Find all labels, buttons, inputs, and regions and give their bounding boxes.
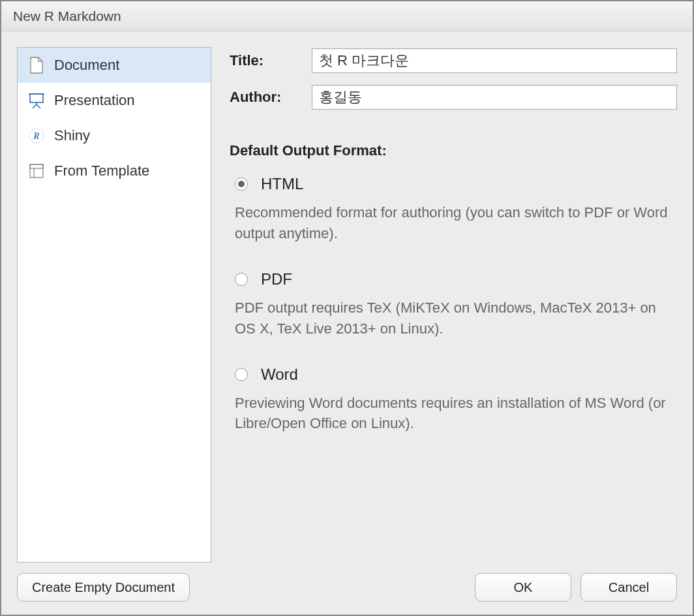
svg-line-4	[37, 104, 40, 108]
sidebar: Document Presentation	[17, 47, 211, 562]
radio-label-html: HTML	[261, 175, 303, 193]
ok-button[interactable]: OK	[475, 573, 571, 602]
button-bar: Create Empty Document OK Cancel	[1, 562, 693, 615]
author-field-row: Author:	[230, 85, 677, 110]
output-format-heading: Default Output Format:	[230, 142, 677, 159]
dialog-titlebar: New R Markdown	[1, 1, 693, 31]
template-icon	[28, 162, 45, 179]
svg-rect-8	[30, 164, 43, 168]
sidebar-item-label: Document	[54, 57, 119, 74]
format-desc-html: Recommended format for authoring (you ca…	[230, 202, 677, 244]
radio-row-html[interactable]: HTML	[230, 175, 677, 193]
format-desc-pdf: PDF output requires TeX (MiKTeX on Windo…	[230, 298, 677, 339]
radio-word[interactable]	[235, 368, 248, 381]
dialog-window: New R Markdown Document	[0, 0, 694, 616]
radio-row-pdf[interactable]: PDF	[230, 270, 677, 288]
format-desc-word: Previewing Word documents requires an in…	[230, 393, 677, 435]
author-input[interactable]	[312, 85, 677, 110]
svg-line-3	[33, 104, 37, 108]
content-area: Document Presentation	[1, 31, 693, 562]
svg-text:R: R	[33, 131, 39, 141]
author-label: Author:	[230, 89, 300, 106]
format-option-word: Word Previewing Word documents requires …	[230, 365, 677, 435]
radio-pdf[interactable]	[235, 273, 248, 286]
sidebar-item-presentation[interactable]: Presentation	[18, 83, 211, 118]
format-option-pdf: PDF PDF output requires TeX (MiKTeX on W…	[230, 270, 677, 339]
cancel-button[interactable]: Cancel	[581, 573, 677, 602]
radio-label-word: Word	[261, 365, 298, 384]
svg-rect-7	[30, 164, 43, 177]
presentation-icon	[28, 92, 45, 109]
shiny-icon: R	[28, 127, 45, 144]
svg-rect-0	[30, 94, 43, 102]
title-field-row: Title:	[230, 48, 677, 73]
title-input[interactable]	[312, 48, 677, 73]
radio-row-word[interactable]: Word	[230, 365, 677, 384]
title-label: Title:	[230, 52, 300, 69]
sidebar-item-document[interactable]: Document	[18, 48, 211, 83]
main-panel: Title: Author: Default Output Format: HT…	[230, 47, 677, 562]
sidebar-item-label: From Template	[54, 162, 149, 179]
dialog-title: New R Markdown	[13, 8, 121, 24]
document-icon	[28, 57, 45, 74]
create-empty-document-button[interactable]: Create Empty Document	[17, 573, 190, 602]
sidebar-item-label: Presentation	[54, 92, 135, 109]
sidebar-item-shiny[interactable]: R Shiny	[18, 118, 211, 153]
radio-label-pdf: PDF	[261, 270, 292, 288]
sidebar-item-label: Shiny	[54, 127, 90, 144]
sidebar-item-from-template[interactable]: From Template	[18, 153, 211, 189]
radio-html[interactable]	[235, 177, 248, 191]
format-option-html: HTML Recommended format for authoring (y…	[230, 175, 677, 244]
